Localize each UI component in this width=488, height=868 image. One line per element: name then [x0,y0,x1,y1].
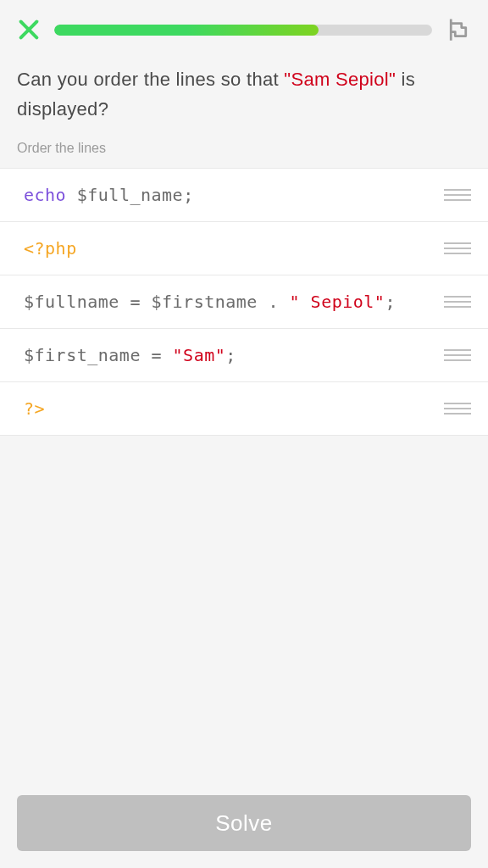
code-row[interactable]: ?> [0,382,488,436]
progress-bar [54,25,432,36]
code-row[interactable]: $fullname = $firstname . " Sepiol"; [0,275,488,329]
question-text: Can you order the lines so that "Sam Sep… [0,56,488,141]
code-row[interactable]: echo $full_name; [0,168,488,222]
code-content: <?php [24,236,434,261]
footer: Solve [0,780,488,868]
code-row[interactable]: $first_name = "Sam"; [0,329,488,382]
instruction-label: Order the lines [0,141,488,168]
header [0,0,488,56]
drag-handle-icon[interactable] [444,349,471,361]
code-content: $fullname = $firstname . " Sepiol"; [24,289,434,314]
drag-handle-icon[interactable] [444,296,471,308]
close-icon[interactable] [17,18,41,42]
question-prefix: Can you order the lines so that [17,69,284,90]
code-row[interactable]: <?php [0,222,488,275]
code-content: echo $full_name; [24,182,434,208]
progress-fill [54,25,319,36]
code-content: $first_name = "Sam"; [24,342,434,368]
drag-handle-icon[interactable] [444,403,471,415]
code-list: echo $full_name;<?php $fullname = $first… [0,168,488,436]
question-highlight: "Sam Sepiol" [284,69,396,90]
code-content: ?> [24,396,434,421]
report-icon[interactable] [446,17,471,42]
solve-button[interactable]: Solve [17,795,471,851]
drag-handle-icon[interactable] [444,189,471,201]
drag-handle-icon[interactable] [444,242,471,254]
